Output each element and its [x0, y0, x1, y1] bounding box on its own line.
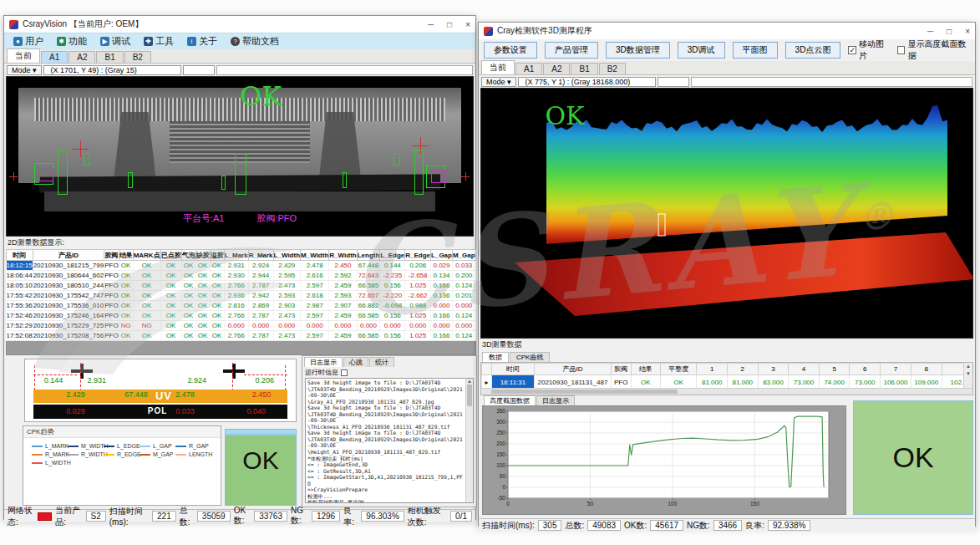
cell: PFO [104, 261, 119, 271]
table-row[interactable]: 17:52:0820210930_175208_756PFOOKOKOKOKOK… [7, 331, 476, 341]
mode-dropdown[interactable]: Mode ▾ [481, 77, 516, 87]
menu-item-function[interactable]: ✱功能 [51, 34, 93, 48]
tab-心跳[interactable]: 心跳 [343, 357, 368, 367]
table-row[interactable]: 18:12:1520210930_181215_799PFOOKOKOKOKOK… [7, 261, 476, 271]
toolbar-button-3D点云图[interactable]: 3D点云图 [785, 42, 841, 59]
toolbar-button-3D数据管理[interactable]: 3D数据管理 [606, 42, 670, 59]
table-row[interactable]: 17:52:2920210930_175229_725PFONGNGOKOKOK… [7, 321, 476, 331]
table-row[interactable]: ▸18:11:3120210930_181131_487PFOOKOK81.00… [482, 375, 972, 390]
cell: 73.000 [850, 375, 881, 390]
tab-B1[interactable]: B1 [96, 51, 123, 63]
tab-日志显示[interactable]: 日志显示 [304, 357, 343, 367]
cell: 20210930_175542_747 [33, 291, 104, 301]
status-value: 305 [538, 520, 562, 531]
pol-bar: 0.029 POL 0.033 0.040 [33, 405, 288, 419]
cell: 0.166 [431, 331, 453, 341]
log-scrollbar[interactable]: ▲ [465, 379, 473, 502]
checkbox-显示高度截面数据[interactable]: 显示高度截面数据 [897, 38, 970, 62]
col-header-溢胶: 溢胶 [210, 250, 224, 261]
tab-B2[interactable]: B2 [124, 51, 151, 63]
legend-line-icon [68, 446, 79, 447]
cell: 2.618 [301, 291, 329, 301]
minimize-button[interactable]: ─ [927, 27, 933, 36]
debug-icon: ▶ [100, 37, 109, 46]
menu-item-debug[interactable]: ▶调试 [94, 34, 136, 48]
col-header-L_Edge: L_Edge [380, 250, 405, 261]
tab-当前[interactable]: 当前 [7, 48, 40, 63]
tab-A2[interactable]: A2 [69, 51, 95, 63]
surface-3d-view[interactable]: OK [480, 88, 973, 339]
legend-line-icon [32, 446, 43, 447]
app-logo-icon [484, 27, 493, 36]
checkbox-icon[interactable]: ✓ [848, 46, 856, 54]
cpk-panel-title: CPK趋势 [23, 426, 221, 438]
menu-item-user[interactable]: ●用户 [8, 34, 49, 48]
tab-数据[interactable]: 数据 [482, 352, 509, 362]
cell: 66.585 [357, 281, 380, 291]
close-button[interactable]: × [465, 20, 470, 29]
tab-B2[interactable]: B2 [599, 63, 626, 74]
maximize-button[interactable]: □ [447, 20, 452, 29]
col-header-L_Gap: L_Gap [431, 250, 453, 261]
cell: 2.459 [329, 331, 357, 341]
cell: -2.662 [405, 291, 431, 301]
cell: 0.000 [224, 321, 248, 331]
status-value: 45617 [650, 520, 683, 531]
toolbar-button-产品管理[interactable]: 产品管理 [545, 42, 598, 59]
toolbar-button-参数设置[interactable]: 参数设置 [484, 42, 537, 59]
checkbox-icon[interactable] [897, 46, 905, 54]
network-status-swatch [38, 512, 52, 521]
status-value: 35059 [197, 511, 231, 522]
table-3d-hscroll[interactable] [481, 388, 972, 395]
runtime-info-checkbox[interactable] [341, 369, 348, 376]
menu-item-about[interactable]: i关于 [181, 34, 223, 48]
cell: 0.201 [452, 291, 475, 301]
menu-item-tools[interactable]: ✚工具 [138, 34, 180, 48]
table-3d-vscroll[interactable]: ▲▼ [963, 363, 972, 390]
cell: 2.936 [224, 291, 248, 301]
uv-glue-bar: 2.429 67.448 UV 2.478 2.450 [33, 390, 288, 403]
maximize-button[interactable]: □ [947, 27, 952, 36]
checkbox-移动图片[interactable]: ✓移动图片 [848, 38, 890, 62]
function-icon: ✱ [57, 37, 66, 46]
right-tab-strip: 当前A1A2B1B2 [479, 61, 975, 75]
col-header-结果: 结果 [631, 364, 660, 375]
xray-2d-view[interactable]: OK 平台号:A1 胶阀:PFO [6, 76, 474, 237]
tab-A1[interactable]: A1 [515, 63, 542, 74]
tab-A2[interactable]: A2 [543, 63, 570, 74]
cell: 20210930_181215_799 [33, 261, 104, 271]
cpk-legend: L_MARKM_WIDTHL_EDGEL_GAPR_GAPR_MARKR_WID… [23, 438, 221, 468]
cell: OK [181, 311, 195, 321]
tab-当前[interactable]: 当前 [481, 60, 515, 74]
cell: 2.597 [301, 311, 329, 321]
tab-日志显示[interactable]: 日志显示 [536, 395, 575, 405]
tab-高度截面数据[interactable]: 高度截面数据 [484, 395, 536, 405]
table-row[interactable]: 18:05:1020210930_180510_244PFOOKOKOKOKOK… [7, 281, 476, 291]
tab-统计[interactable]: 统计 [369, 357, 394, 367]
minimize-button[interactable]: ─ [428, 20, 434, 29]
table-row[interactable]: 18:06:4420210930_180644_602PFOOKOKOKOKOK… [7, 271, 476, 281]
mode-dropdown[interactable]: Mode ▾ [7, 65, 42, 75]
tab-A1[interactable]: A1 [41, 51, 68, 63]
table-row[interactable]: 17:55:3620210930_175536_010PFOOKOKOKOKOK… [7, 301, 476, 311]
log-output[interactable]: Save 3d height image to file : D:\JTA03T… [305, 378, 474, 503]
status-value: 221 [152, 511, 176, 522]
surface-wall [546, 105, 947, 244]
tab-CPK曲线[interactable]: CPK曲线 [510, 352, 550, 362]
menu-item-help[interactable]: ?帮助文档 [225, 34, 285, 48]
cell: OK [133, 291, 160, 301]
toolbar-button-平面图[interactable]: 平面图 [733, 42, 778, 59]
cell: 18:06:44 [7, 271, 33, 281]
col-header-MARK点: MARK点 [133, 250, 160, 261]
cell: 0.000 [273, 321, 300, 331]
legend-label: LENGTH [189, 451, 212, 457]
dim-left-gap: 0.144 [44, 376, 63, 385]
cell: 20210930_180510_244 [33, 281, 104, 291]
table-row[interactable]: 17:52:4620210930_175246_164PFOOKOKOKOKOK… [7, 311, 476, 321]
tab-B1[interactable]: B1 [571, 63, 597, 74]
cell: 81.000 [728, 375, 759, 390]
toolbar-button-3D调试[interactable]: 3D调试 [678, 42, 725, 59]
close-button[interactable]: × [965, 27, 970, 36]
valve-label: 胶阀:PFO [256, 213, 297, 223]
table-row[interactable]: 17:55:4220210930_175542_747PFOOKOKOKOKOK… [7, 291, 476, 301]
